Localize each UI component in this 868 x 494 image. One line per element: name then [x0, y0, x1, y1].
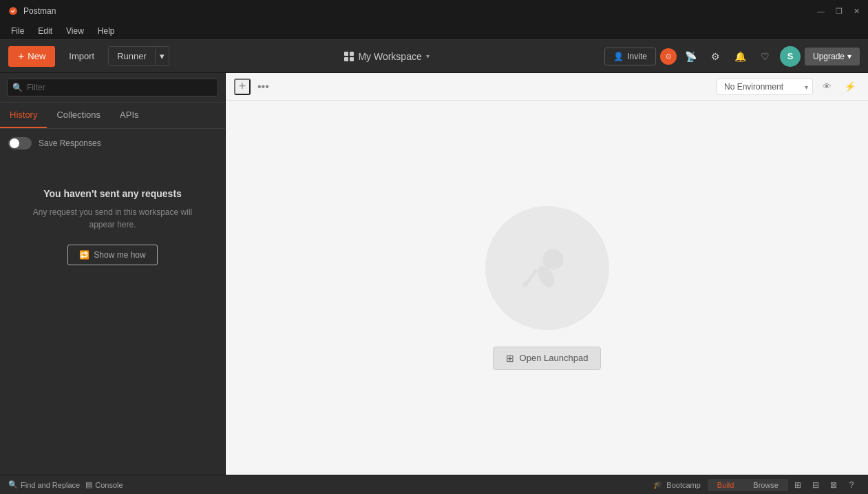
- split-icon[interactable]: ⊟: [807, 477, 824, 493]
- settings-icon[interactable]: ⚙: [706, 46, 726, 67]
- close-button[interactable]: ✕: [854, 7, 860, 16]
- tab-apis[interactable]: APIs: [110, 103, 148, 128]
- env-settings-button[interactable]: ⚡: [840, 77, 860, 96]
- add-tab-button[interactable]: +: [234, 79, 251, 95]
- upgrade-label: Upgrade: [813, 52, 845, 61]
- open-launchpad-label: Open Launchpad: [520, 353, 589, 363]
- tab-bar: + •••: [234, 79, 275, 95]
- tab-apis-label: APIs: [120, 110, 138, 120]
- content-area: + ••• No Environment ▾ 👁 ⚡: [226, 73, 868, 475]
- minimize-button[interactable]: —: [817, 7, 825, 16]
- menu-help[interactable]: Help: [92, 25, 120, 37]
- postman-graphic: [485, 206, 609, 330]
- env-controls: No Environment ▾ 👁 ⚡: [717, 77, 860, 96]
- two-col-icon[interactable]: ⊞: [790, 477, 806, 493]
- eye-button[interactable]: 👁: [817, 77, 836, 96]
- browse-button[interactable]: Browse: [743, 479, 788, 491]
- upgrade-button[interactable]: Upgrade ▾: [805, 48, 860, 65]
- title-bar-left: Postman: [8, 6, 56, 16]
- search-input[interactable]: [7, 79, 218, 96]
- more-tabs-button[interactable]: •••: [252, 79, 275, 95]
- runner-button[interactable]: Runner: [109, 47, 155, 65]
- tab-collections-label: Collections: [56, 110, 100, 120]
- svg-point-1: [542, 249, 563, 269]
- workspace-center: My Workspace ▾: [175, 47, 599, 66]
- postman-logo: [8, 6, 18, 16]
- runner-wrapper: Runner ▾: [108, 46, 169, 66]
- help-icon[interactable]: ?: [843, 477, 860, 493]
- bootcamp-icon: 🎓: [653, 480, 663, 489]
- runner-dropdown[interactable]: ▾: [155, 47, 169, 65]
- avatar[interactable]: S: [780, 46, 801, 67]
- sidebar: 🔍 History Collections APIs Save Response…: [0, 73, 226, 475]
- bootcamp-label: Bootcamp: [666, 481, 701, 489]
- show-me-how-label: Show me how: [94, 250, 145, 260]
- antenna-icon[interactable]: 📡: [681, 46, 701, 67]
- status-bar: 🔍 Find and Replace ▤ Console 🎓 Bootcamp …: [0, 475, 868, 494]
- console-button[interactable]: ▤ Console: [85, 480, 123, 489]
- upgrade-chevron: ▾: [847, 52, 851, 61]
- bootcamp-button[interactable]: 🎓 Bootcamp: [648, 479, 706, 491]
- sidebar-content: Save Responses You haven't sent any requ…: [0, 129, 225, 475]
- build-browse-toggle: Build Browse: [708, 479, 788, 491]
- new-button-label: New: [28, 51, 45, 61]
- launchpad-area: ⊞ Open Launchpad: [485, 206, 609, 370]
- menu-bar: File Edit View Help: [0, 22, 868, 40]
- menu-file[interactable]: File: [6, 25, 30, 37]
- env-select-wrapper: No Environment ▾: [717, 79, 813, 95]
- tab-history[interactable]: History: [0, 103, 47, 128]
- status-left: 🔍 Find and Replace ▤ Console: [8, 480, 123, 489]
- menu-edit[interactable]: Edit: [32, 25, 58, 37]
- app-name: Postman: [23, 6, 56, 16]
- show-me-how-icon: 🔁: [79, 250, 89, 260]
- import-button[interactable]: Import: [61, 47, 103, 65]
- save-responses-row: Save Responses: [8, 137, 217, 150]
- tab-history-label: History: [10, 110, 37, 120]
- toolbar: + New Import Runner ▾ My Workspace ▾ 👤 I…: [0, 40, 868, 73]
- show-me-how-button[interactable]: 🔁 Show me how: [67, 245, 157, 265]
- content-header: + ••• No Environment ▾ 👁 ⚡: [226, 73, 868, 101]
- build-button[interactable]: Build: [708, 479, 743, 491]
- svg-point-4: [522, 281, 528, 287]
- svg-line-3: [527, 271, 536, 282]
- menu-view[interactable]: View: [61, 25, 89, 37]
- content-body: ⊞ Open Launchpad: [226, 101, 868, 475]
- empty-history-title: You haven't sent any requests: [22, 188, 203, 199]
- title-bar: Postman — ❐ ✕: [0, 0, 868, 22]
- open-launchpad-button[interactable]: ⊞ Open Launchpad: [493, 347, 602, 370]
- toolbar-right: 👤 Invite ⊙ 📡 ⚙ 🔔 ♡ S Upgrade ▾: [604, 46, 860, 67]
- sidebar-tabs: History Collections APIs: [0, 103, 225, 129]
- find-replace-icon: 🔍: [8, 480, 18, 489]
- save-responses-label: Save Responses: [39, 138, 101, 148]
- find-replace-label: Find and Replace: [21, 481, 80, 489]
- tab-collections[interactable]: Collections: [47, 103, 110, 128]
- invite-icon: 👤: [613, 52, 624, 61]
- plus-icon: +: [18, 50, 24, 63]
- heart-icon[interactable]: ♡: [755, 46, 776, 67]
- empty-history-body: Any request you send in this workspace w…: [22, 206, 203, 231]
- maximize-button[interactable]: ❐: [836, 7, 843, 16]
- workspace-name: My Workspace: [358, 51, 421, 62]
- console-icon: ▤: [85, 480, 92, 489]
- save-responses-toggle[interactable]: [8, 137, 32, 150]
- empty-history: You haven't sent any requests Any reques…: [8, 161, 217, 293]
- bell-icon[interactable]: 🔔: [730, 46, 751, 67]
- launchpad-icon: ⊞: [506, 353, 514, 364]
- find-replace-button[interactable]: 🔍 Find and Replace: [8, 480, 80, 489]
- workspace-chevron: ▾: [426, 52, 430, 60]
- status-right: 🎓 Bootcamp Build Browse ⊞ ⊟ ⊠ ?: [648, 477, 860, 493]
- resize-icon[interactable]: ⊠: [825, 477, 842, 493]
- capture-icon[interactable]: ⊙: [660, 48, 677, 65]
- invite-label: Invite: [627, 52, 647, 61]
- toggle-knob: [10, 138, 19, 148]
- invite-button[interactable]: 👤 Invite: [604, 48, 656, 65]
- search-icon: 🔍: [12, 83, 23, 92]
- environment-select[interactable]: No Environment: [717, 79, 813, 95]
- sidebar-search-area: 🔍: [0, 73, 225, 103]
- new-button[interactable]: + New: [8, 46, 55, 67]
- postman-illustration: [513, 234, 582, 302]
- workspace-icon: [344, 52, 354, 61]
- workspace-selector[interactable]: My Workspace ▾: [337, 47, 436, 66]
- main-layout: 🔍 History Collections APIs Save Response…: [0, 73, 868, 475]
- window-controls[interactable]: — ❐ ✕: [817, 7, 860, 16]
